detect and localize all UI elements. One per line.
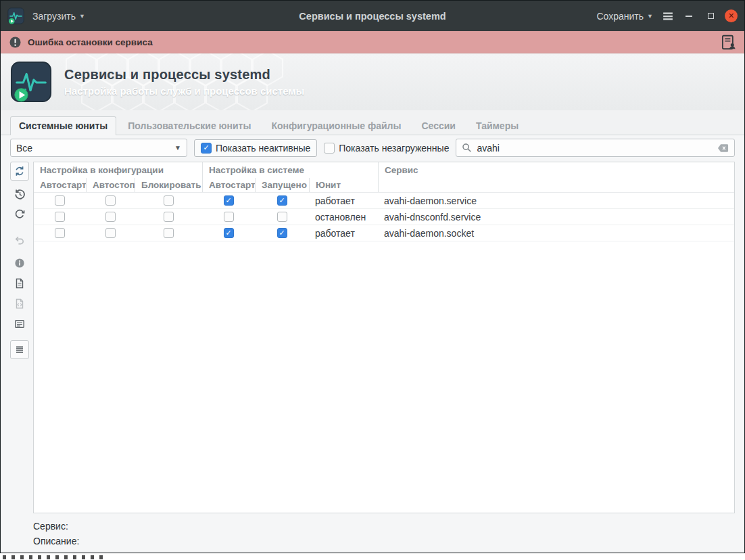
show-inactive-toggle[interactable]: Показать неактивные — [194, 139, 317, 157]
load-menu-label: Загрузить — [32, 11, 76, 22]
cell-autostop_cfg — [86, 193, 135, 208]
cell-block_cfg — [135, 209, 202, 225]
show-inactive-label: Показать неактивные — [216, 143, 310, 154]
units-table: Настройка в конфигурации Настройка в сис… — [33, 162, 735, 513]
export-file-button[interactable] — [10, 274, 29, 293]
table-row[interactable]: остановленavahi-dnsconfd.service — [34, 209, 734, 225]
filter-dropdown-value: Все — [16, 143, 32, 154]
history-icon — [14, 189, 26, 200]
checkbox-running_sys[interactable] — [277, 195, 287, 206]
show-inactive-checkbox[interactable] — [201, 143, 212, 154]
restore-button[interactable] — [703, 9, 718, 24]
tab-config-files[interactable]: Конфигурационные файлы — [262, 116, 410, 135]
hamburger-icon — [661, 9, 675, 23]
minimize-button[interactable] — [681, 9, 696, 24]
checkbox-block_cfg[interactable] — [164, 228, 174, 238]
tab-sessions[interactable]: Сессии — [412, 116, 464, 135]
checkbox-autostart_sys[interactable] — [224, 228, 234, 238]
group-header-system: Настройка в системе — [202, 162, 378, 178]
col-block-config[interactable]: Блокировать — [135, 178, 202, 192]
checkbox-block_cfg[interactable] — [164, 212, 174, 222]
journal-log-icon[interactable] — [721, 34, 736, 50]
history-button[interactable] — [10, 185, 29, 204]
save-menu-label: Сохранить — [597, 11, 644, 22]
screen: Загрузить ▼ Сервисы и процессы systemd С… — [0, 0, 745, 560]
tab-system-units[interactable]: Системные юниты — [10, 116, 116, 135]
search-input[interactable] — [477, 143, 713, 154]
cell-running_sys — [255, 193, 309, 208]
col-running-system[interactable]: Запущено — [255, 178, 309, 192]
clipped-background-text — [3, 555, 105, 559]
cell-autostart_sys — [202, 193, 255, 208]
error-icon — [9, 36, 22, 49]
unit-status: работает — [309, 225, 378, 241]
service-label: Сервис: — [33, 519, 735, 534]
cell-autostart_sys — [202, 209, 255, 225]
checkbox-autostart_cfg[interactable] — [55, 195, 65, 206]
tab-timers[interactable]: Таймеры — [467, 116, 527, 135]
col-autostart-config[interactable]: Автостарт — [34, 178, 86, 192]
unit-status: работает — [309, 193, 378, 208]
checkbox-running_sys[interactable] — [277, 228, 287, 238]
checkbox-autostop_cfg[interactable] — [105, 195, 116, 206]
cell-autostart_sys — [202, 225, 255, 241]
filter-dropdown[interactable]: Все ▼ — [10, 139, 187, 157]
checkbox-autostop_cfg[interactable] — [105, 228, 116, 238]
load-menu-button[interactable]: Загрузить ▼ — [31, 8, 87, 24]
group-header-service: Сервис — [378, 162, 734, 178]
col-autostart-system[interactable]: Автостарт — [202, 178, 255, 192]
app-window: Загрузить ▼ Сервисы и процессы systemd С… — [0, 0, 745, 553]
reload-icon — [14, 209, 25, 220]
page-header: Сервисы и процессы systemd Настройка раб… — [1, 53, 744, 110]
checkbox-autostop_cfg[interactable] — [105, 212, 116, 222]
info-button[interactable] — [10, 254, 29, 273]
checkbox-autostart_sys[interactable] — [224, 195, 234, 206]
table-body: работаетavahi-daemon.serviceостановленav… — [34, 193, 734, 241]
table-row[interactable]: работаетavahi-daemon.service — [34, 193, 734, 209]
tab-bar: Системные юниты Пользовательские юниты К… — [1, 110, 744, 135]
checkbox-block_cfg[interactable] — [164, 195, 174, 206]
reload-button[interactable] — [10, 205, 29, 224]
tab-user-units[interactable]: Пользовательские юниты — [119, 116, 260, 135]
details-panel: Сервис: Описание: — [1, 513, 744, 553]
checkbox-autostart_cfg[interactable] — [55, 228, 65, 238]
clear-search-icon[interactable] — [717, 143, 729, 153]
cell-autostop_cfg — [86, 225, 135, 241]
cell-running_sys — [255, 209, 309, 225]
cell-autostart_cfg — [34, 225, 86, 241]
app-icon — [7, 7, 24, 24]
app-menu-button[interactable] — [661, 9, 675, 23]
page-subtitle: Настройка работы служб и процессов систе… — [64, 85, 304, 97]
list-view-icon — [14, 319, 25, 329]
checkbox-running_sys[interactable] — [277, 212, 287, 222]
list-view-button[interactable] — [10, 314, 29, 333]
search-field[interactable] — [456, 139, 735, 157]
undo-icon — [14, 235, 25, 246]
refresh-button[interactable] — [10, 162, 29, 181]
col-autostop-config[interactable]: Автостоп — [86, 178, 135, 192]
toolbar — [10, 162, 29, 513]
chevron-down-icon: ▼ — [647, 13, 653, 20]
show-unloaded-label: Показать незагруженные — [339, 143, 449, 154]
file-code-icon — [14, 298, 25, 309]
save-menu-button[interactable]: Сохранить ▼ — [596, 8, 655, 24]
file-code-button[interactable] — [10, 294, 29, 313]
description-label: Описание: — [33, 534, 735, 549]
cell-autostart_cfg — [34, 193, 86, 208]
show-unloaded-toggle[interactable]: Показать незагруженные — [324, 143, 449, 154]
table-row[interactable]: работаетavahi-daemon.socket — [34, 225, 734, 241]
error-banner: Ошибка остановки сервиса — [1, 31, 744, 53]
menu-lines-button[interactable] — [10, 340, 29, 359]
checkbox-autostart_sys[interactable] — [224, 212, 234, 222]
table-column-header: Автостарт Автостоп Блокировать Автостарт… — [34, 178, 734, 193]
unit-status: остановлен — [309, 209, 378, 225]
titlebar: Загрузить ▼ Сервисы и процессы systemd С… — [1, 1, 744, 31]
checkbox-autostart_cfg[interactable] — [55, 212, 65, 222]
export-file-icon — [14, 278, 25, 289]
undo-button[interactable] — [10, 231, 29, 250]
group-header-config: Настройка в конфигурации — [34, 162, 202, 178]
close-button[interactable]: ✕ — [725, 9, 738, 22]
col-unit[interactable]: Юнит — [309, 178, 378, 192]
service-name: avahi-dnsconfd.service — [378, 209, 734, 225]
show-unloaded-checkbox[interactable] — [324, 143, 335, 154]
